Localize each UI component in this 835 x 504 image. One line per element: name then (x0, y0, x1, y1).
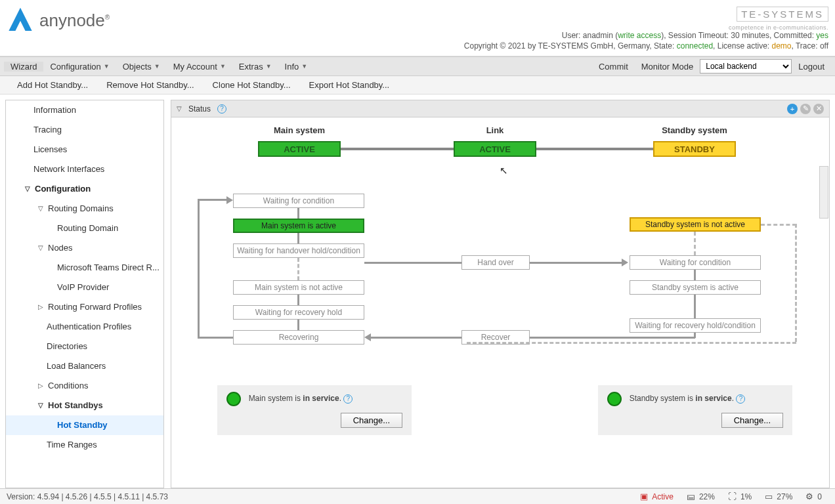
caret-down-icon: ▼ (154, 63, 160, 70)
sidebar-item-information[interactable]: Information (6, 100, 163, 120)
version-text: Version: 4.5.94 | 4.5.26 | 4.5.5 | 4.5.1… (7, 492, 633, 501)
help-icon[interactable]: ? (343, 394, 353, 404)
sidebar-item-routing-forward[interactable]: ▷Routing Forward Profiles (6, 297, 163, 317)
state-waiting-condition-main: Waiting for condition (233, 194, 364, 208)
disk-icon: 🖴 (687, 492, 695, 501)
cpu-icon: ⛶ (728, 492, 737, 501)
active-icon: ▣ (640, 492, 648, 501)
add-icon[interactable]: + (787, 104, 798, 114)
cursor-icon: ↖ (500, 165, 508, 177)
status-diagram: Main system Link Standby system ACTIVE A… (171, 117, 829, 465)
backend-select[interactable]: Local backend (700, 59, 792, 74)
sidebar-item-configuration[interactable]: ▽Configuration (6, 179, 163, 199)
menu-info[interactable]: Info▼ (278, 62, 314, 72)
toolbar-export[interactable]: Export Hot Standby... (300, 80, 399, 90)
sidebar-item-directories[interactable]: Directories (6, 337, 163, 356)
expand-icon: ▽ (37, 400, 44, 411)
expand-icon: ▽ (37, 203, 44, 215)
toolbar: Add Hot Standby... Remove Hot Standby...… (0, 76, 835, 94)
menu-wizard[interactable]: Wizard (4, 62, 43, 72)
close-icon[interactable]: ✕ (813, 104, 824, 114)
help-icon[interactable]: ? (736, 394, 745, 404)
menu-my-account[interactable]: My Account▼ (167, 62, 232, 72)
vendor-tagline: competence in e-communications. (464, 24, 828, 31)
status-title: Status (188, 104, 211, 114)
menu-extras[interactable]: Extras▼ (232, 62, 278, 72)
header-right: TE-SYSTEMS competence in e-communication… (464, 7, 828, 52)
caret-down-icon: ▼ (301, 63, 307, 70)
footer-cpu: ⛶1% (721, 492, 758, 501)
state-main-active: Main system is active (233, 219, 364, 233)
gear-icon: ⚙ (805, 492, 813, 501)
expand-icon: ▽ (24, 183, 31, 195)
caret-down-icon: ▼ (104, 63, 110, 70)
sidebar-item-routing-domain[interactable]: Routing Domain (6, 219, 163, 238)
sidebar-item-voip[interactable]: VoIP Provider (6, 278, 163, 297)
main-status-box: ACTIVE (258, 141, 341, 157)
sidebar-item-time-ranges[interactable]: Time Ranges (6, 435, 163, 455)
help-icon[interactable]: ? (217, 104, 226, 114)
link-title: Link (446, 125, 544, 135)
caret-down-icon: ▼ (220, 63, 226, 70)
toolbar-remove[interactable]: Remove Hot Standby... (97, 80, 203, 90)
toolbar-clone[interactable]: Clone Hot Standby... (203, 80, 300, 90)
main-service-text: Main system is in service. (249, 394, 344, 403)
sidebar-item-hot-standby[interactable]: Hot Standby (6, 415, 163, 435)
scrollbar[interactable] (819, 166, 828, 219)
sidebar-item-nodes[interactable]: ▽Nodes (6, 238, 163, 258)
menu-commit[interactable]: Commit (592, 62, 635, 72)
main-change-button[interactable]: Change... (341, 413, 402, 428)
anynode-logo-icon (7, 7, 34, 34)
footer-disk: 🖴22% (680, 492, 721, 501)
state-recovering: Recovering (233, 330, 364, 345)
sidebar-item-conditions[interactable]: ▷Conditions (6, 376, 163, 396)
sidebar-item-load-balancers[interactable]: Load Balancers (6, 356, 163, 376)
status-dot-green-icon (226, 392, 241, 406)
standby-service-text: Standby system is in service. (630, 394, 737, 403)
sidebar-item-licenses[interactable]: Licenses (6, 140, 163, 159)
user-line: User: anadmin (write access), Session Ti… (464, 31, 828, 40)
menu-objects[interactable]: Objects▼ (116, 62, 167, 72)
footer: Version: 4.5.94 | 4.5.26 | 4.5.5 | 4.5.1… (0, 488, 835, 504)
state-waiting-recovery-standby: Waiting for recovery hold/condition (630, 318, 761, 333)
handover-button[interactable]: Hand over (461, 255, 530, 270)
app-header: anynode® TE-SYSTEMS competence in e-comm… (0, 0, 835, 56)
link-status-box: ACTIVE (454, 141, 536, 157)
footer-net: ⚙0 (799, 492, 828, 501)
sidebar-item-msteams[interactable]: Microsoft Teams Direct R... (6, 258, 163, 278)
sidebar-item-tracing[interactable]: Tracing (6, 120, 163, 140)
standby-status-box: STANDBY (653, 141, 736, 157)
status-header: ▽ Status ? + ✎ ✕ (171, 100, 829, 117)
standby-change-button[interactable]: Change... (721, 413, 783, 428)
footer-ram: ▭27% (758, 492, 799, 501)
main-service-panel: Main system is in service. ? Change... (217, 385, 412, 435)
expand-icon: ▽ (37, 242, 44, 254)
sidebar-item-auth[interactable]: Authentication Profiles (6, 317, 163, 337)
brand-name: anynode® (39, 10, 110, 31)
sidebar[interactable]: Information Tracing Licenses Network Int… (5, 100, 164, 488)
state-main-not-active: Main system is not active (233, 280, 364, 295)
menu-monitor-mode[interactable]: Monitor Mode (635, 62, 700, 72)
footer-active: ▣Active (633, 492, 680, 501)
standby-service-panel: Standby system is in service. ? Change..… (598, 385, 792, 435)
main-panel: ▽ Status ? + ✎ ✕ Main system Link Standb… (171, 100, 830, 488)
state-waiting-handover: Waiting for handover hold/condition (233, 243, 364, 258)
edit-icon[interactable]: ✎ (800, 104, 811, 114)
menubar: Wizard Configuration▼ Objects▼ My Accoun… (0, 56, 835, 76)
toolbar-add[interactable]: Add Hot Standby... (8, 80, 97, 90)
workspace: Information Tracing Licenses Network Int… (0, 94, 835, 494)
main-system-title: Main system (250, 125, 349, 135)
collapse-toggle-icon[interactable]: ▽ (177, 105, 182, 112)
menu-logout[interactable]: Logout (792, 62, 831, 72)
menu-configuration[interactable]: Configuration▼ (43, 62, 116, 72)
standby-system-title: Standby system (645, 125, 744, 135)
sidebar-item-hot-standbys[interactable]: ▽Hot Standbys (6, 396, 163, 415)
status-dot-green-icon (607, 392, 622, 406)
caret-down-icon: ▼ (266, 63, 272, 70)
svg-marker-0 (9, 8, 32, 31)
sidebar-item-network[interactable]: Network Interfaces (6, 159, 163, 179)
sidebar-item-routing-domains[interactable]: ▽Routing Domains (6, 199, 163, 219)
ram-icon: ▭ (765, 492, 773, 501)
state-standby-not-active: Standby system is not active (630, 217, 761, 232)
state-waiting-condition-standby: Waiting for condition (630, 255, 761, 270)
